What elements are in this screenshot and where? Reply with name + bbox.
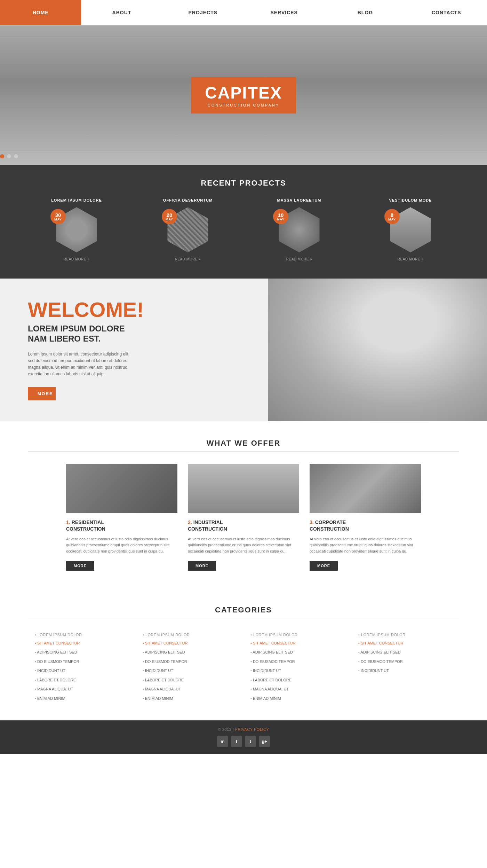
project-hex-wrap-4: 8 MAY xyxy=(388,207,433,252)
main-nav: HOME ABOUT PROJECTS SERVICES BLOG CONTAC… xyxy=(0,0,487,25)
projects-grid: LOREM IPSUM DOLORE 30 MAY READ MORE » OF… xyxy=(21,198,466,261)
offer-image-1 xyxy=(66,464,177,513)
social-icons: in f t g+ xyxy=(7,736,480,747)
welcome-more-button[interactable]: MORE xyxy=(28,387,56,400)
cat-col-3: LOREM IPSUM DOLOR SIT AMET CONSECTUR ADI… xyxy=(244,631,351,703)
cat-item[interactable]: SIT AMET CONSECTUR xyxy=(250,639,344,648)
cat-item[interactable]: SIT AMET CONSECTUR xyxy=(358,639,452,648)
cat-item: ADIPISCING ELIT SED xyxy=(358,648,452,657)
welcome-section: WELCOME! LOREM IPSUM DOLORENAM LIBERO ES… xyxy=(0,279,487,421)
hero-overlay: CAPITEX CONSTRUCTION COMPANY xyxy=(0,25,487,165)
project-month-4: MAY xyxy=(388,218,396,221)
welcome-right xyxy=(268,279,487,421)
what-we-offer-title: WHAT WE OFFER xyxy=(28,439,459,448)
cat-item: DO EIUSMOD TEMPOR xyxy=(143,657,237,666)
welcome-left: WELCOME! LOREM IPSUM DOLORENAM LIBERO ES… xyxy=(0,279,268,421)
hero-logo-sub: CONSTRUCTION COMPANY xyxy=(205,103,282,107)
cat-item: MAGNA ALIQUA. UT xyxy=(250,685,344,694)
nav-services[interactable]: SERVICES xyxy=(244,0,325,25)
nav-items: HOME ABOUT PROJECTS SERVICES BLOG CONTAC… xyxy=(0,0,487,25)
cat-item: DO EIUSMOD TEMPOR xyxy=(35,657,129,666)
footer-copyright: © 2013 | PRIVACY POLICY xyxy=(7,727,480,732)
project-read-more-2[interactable]: READ MORE » xyxy=(175,257,201,261)
hero-dot-3[interactable] xyxy=(14,154,18,158)
hero-dot-1[interactable] xyxy=(0,154,4,158)
project-hex-wrap-1: 30 MAY xyxy=(54,207,99,252)
social-linkedin-icon[interactable]: in xyxy=(217,736,228,747)
offer-text-1: At vero eos et accusamus et iusto odio d… xyxy=(66,536,177,555)
cat-item: DO EIUSMOD TEMPOR xyxy=(250,657,344,666)
project-read-more-3[interactable]: READ MORE » xyxy=(286,257,312,261)
project-item-3: MASSA LAOREETUM 10 MAY READ MORE » xyxy=(271,198,327,261)
welcome-person-image xyxy=(268,279,487,421)
cat-item: ENIM AD MINIM xyxy=(250,694,344,703)
offer-heading-2: 2.INDUSTRIALCONSTRUCTION xyxy=(188,519,299,532)
offer-person-visual xyxy=(188,464,299,513)
categories-grid: LOREM IPSUM DOLOR SIT AMET CONSECTUR ADI… xyxy=(28,631,459,703)
cat-item: LOREM IPSUM DOLOR xyxy=(35,631,129,639)
categories-divider xyxy=(28,618,459,618)
welcome-title: WELCOME! xyxy=(28,299,247,320)
offer-more-button-3[interactable]: MORE xyxy=(310,561,338,571)
cat-item: INCIDIDUNT UT xyxy=(358,666,452,675)
cat-col-2: LOREM IPSUM DOLOR SIT AMET CONSECTUR ADI… xyxy=(136,631,244,703)
cat-item[interactable]: SIT AMET CONSECTUR xyxy=(35,639,129,648)
cat-item: MAGNA ALIQUA. UT xyxy=(143,685,237,694)
cat-item: INCIDIDUNT UT xyxy=(143,666,237,675)
hero-logo-box: CAPITEX CONSTRUCTION COMPANY xyxy=(191,77,296,114)
offer-number-1: 1. xyxy=(66,519,70,525)
hero-dot-2[interactable] xyxy=(7,154,11,158)
categories-section: CATEGORIES LOREM IPSUM DOLOR SIT AMET CO… xyxy=(0,588,487,721)
offer-heading-3: 3.CORPORATECONSTRUCTION xyxy=(310,519,421,532)
section-divider xyxy=(28,451,459,452)
offer-text-2: At vero eos et accusamus et iusto odio d… xyxy=(188,536,299,555)
cat-col-1: LOREM IPSUM DOLOR SIT AMET CONSECTUR ADI… xyxy=(28,631,136,703)
welcome-text: Lorem ipsum dolor sit amet, consectetur … xyxy=(28,351,132,378)
offer-item-3: 3.CORPORATECONSTRUCTION At vero eos et a… xyxy=(310,464,421,570)
offer-number-2: 2. xyxy=(188,519,192,525)
cat-item: LABORE ET DOLORE xyxy=(35,675,129,685)
welcome-subtitle: LOREM IPSUM DOLORENAM LIBERO EST. xyxy=(28,324,247,344)
nav-home[interactable]: HOME xyxy=(0,0,81,25)
hero-logo-title: CAPITEX xyxy=(205,83,282,102)
project-item-4: VESTIBULOM MODE 8 MAY READ MORE » xyxy=(383,198,438,261)
what-we-offer-section: WHAT WE OFFER 1.RESIDENTIALCONSTRUCTION … xyxy=(0,421,487,588)
cat-item: INCIDIDUNT UT xyxy=(250,666,344,675)
offer-more-button-2[interactable]: MORE xyxy=(188,561,216,571)
project-month-1: MAY xyxy=(54,218,62,221)
nav-blog[interactable]: BLOG xyxy=(325,0,406,25)
privacy-policy-link[interactable]: PRIVACY POLICY xyxy=(235,727,269,732)
project-read-more-4[interactable]: READ MORE » xyxy=(398,257,423,261)
nav-projects[interactable]: PROJECTS xyxy=(162,0,244,25)
project-label-4: VESTIBULOM MODE xyxy=(389,198,432,202)
project-item-2: OFFICIA DESERUNTUM 20 MAY READ MORE » xyxy=(160,198,216,261)
project-month-2: MAY xyxy=(166,218,173,221)
offer-heading-1: 1.RESIDENTIALCONSTRUCTION xyxy=(66,519,177,532)
cat-item: DO EIUSMOD TEMPOR xyxy=(358,657,452,666)
project-date-badge-4: 8 MAY xyxy=(384,209,400,224)
offer-more-button-1[interactable]: MORE xyxy=(66,561,94,571)
offer-text-3: At vero eos et accusamus et iusto odio d… xyxy=(310,536,421,555)
project-item-1: LOREM IPSUM DOLORE 30 MAY READ MORE » xyxy=(49,198,104,261)
cat-item: MAGNA ALIQUA. UT xyxy=(35,685,129,694)
project-day-4: 8 xyxy=(391,212,393,218)
offer-image-2 xyxy=(188,464,299,513)
project-date-badge-3: 10 MAY xyxy=(273,209,288,224)
cat-item: LOREM IPSUM DOLOR xyxy=(358,631,452,639)
cat-item: LOREM IPSUM DOLOR xyxy=(250,631,344,639)
social-twitter-icon[interactable]: t xyxy=(245,736,256,747)
project-read-more-1[interactable]: READ MORE » xyxy=(64,257,89,261)
project-hex-wrap-3: 10 MAY xyxy=(277,207,322,252)
social-facebook-icon[interactable]: f xyxy=(231,736,242,747)
social-googleplus-icon[interactable]: g+ xyxy=(259,736,270,747)
hero-dots xyxy=(0,154,18,158)
cat-item[interactable]: SIT AMET CONSECTUR xyxy=(143,639,237,648)
categories-title: CATEGORIES xyxy=(28,605,459,615)
cat-item: LABORE ET DOLORE xyxy=(250,675,344,685)
cat-col-4: LOREM IPSUM DOLOR SIT AMET CONSECTUR ADI… xyxy=(351,631,459,703)
project-date-badge-1: 30 MAY xyxy=(50,209,66,224)
offer-grid: 1.RESIDENTIALCONSTRUCTION At vero eos et… xyxy=(28,464,459,570)
nav-contacts[interactable]: CONTACTS xyxy=(406,0,487,25)
nav-about[interactable]: ABOUT xyxy=(81,0,162,25)
recent-projects-section: RECENT PROJECTS LOREM IPSUM DOLORE 30 MA… xyxy=(0,165,487,279)
